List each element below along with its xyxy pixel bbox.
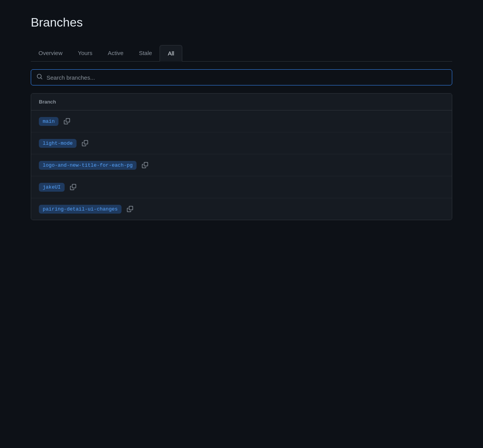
table-row: pairing-detail-ui-changes <box>31 198 452 220</box>
branch-name-jakeui[interactable]: jakeUI <box>39 183 65 192</box>
search-icon <box>37 74 43 81</box>
table-row: main <box>31 110 452 132</box>
copy-branch-button-pairing[interactable] <box>125 204 135 214</box>
copy-branch-button-jakeui[interactable] <box>68 182 78 192</box>
table-row: light-mode <box>31 132 452 154</box>
table-row: logo-and-new-title-for-each-pg <box>31 154 452 176</box>
branch-name-pairing[interactable]: pairing-detail-ui-changes <box>39 205 122 214</box>
tab-overview[interactable]: Overview <box>31 45 70 62</box>
tab-all[interactable]: All <box>160 45 182 62</box>
copy-branch-button-light-mode[interactable] <box>80 139 90 148</box>
copy-branch-button-logo[interactable] <box>140 160 150 170</box>
branch-name-light-mode[interactable]: light-mode <box>39 139 77 148</box>
page-container: Branches Overview Yours Active Stale All… <box>0 0 483 236</box>
table-row: jakeUI <box>31 176 452 198</box>
search-input[interactable] <box>47 74 446 81</box>
copy-branch-button-main[interactable] <box>62 117 72 126</box>
branch-name-logo[interactable]: logo-and-new-title-for-each-pg <box>39 161 137 170</box>
tab-active[interactable]: Active <box>100 45 131 62</box>
page-title: Branches <box>31 15 452 30</box>
table-header: Branch <box>31 94 452 110</box>
search-container <box>31 69 452 85</box>
branch-name-main[interactable]: main <box>39 117 58 126</box>
tab-stale[interactable]: Stale <box>131 45 160 62</box>
branches-table: Branch main light-mode logo-and-new-titl… <box>31 93 452 220</box>
tab-yours[interactable]: Yours <box>70 45 100 62</box>
tabs-container: Overview Yours Active Stale All <box>31 45 452 62</box>
